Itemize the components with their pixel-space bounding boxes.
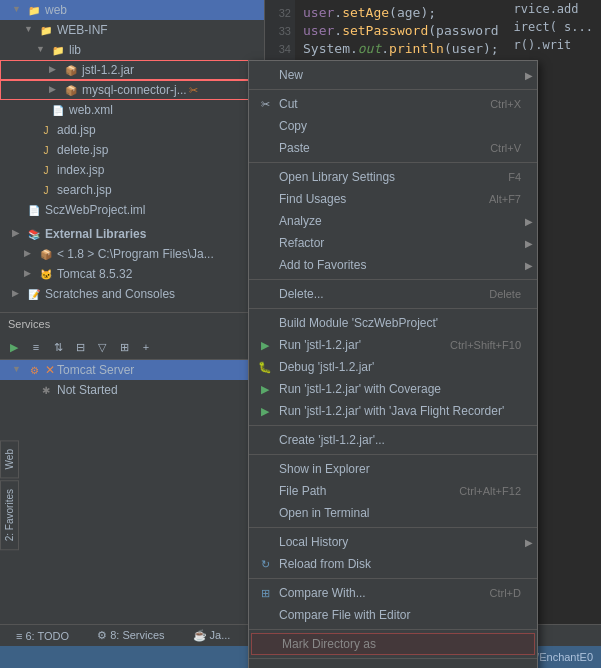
- folder-icon: 📁: [38, 22, 54, 38]
- tree-item-tomcat-server[interactable]: ▼ ⚙ ✕ Tomcat Server: [0, 360, 264, 380]
- minus-button[interactable]: ⊟: [70, 337, 90, 357]
- context-menu: New ▶ ✂ Cut Ctrl+X Copy Paste Ctrl+V Ope…: [248, 60, 538, 668]
- tree-item-deletejsp[interactable]: J delete.jsp: [0, 140, 264, 160]
- jsp-icon: J: [38, 122, 54, 138]
- tree-item-jstl[interactable]: ▶ 📦 jstl-1.2.jar: [0, 60, 264, 80]
- separator-5: [249, 425, 537, 426]
- tab-java[interactable]: ☕ Ja...: [185, 625, 239, 646]
- filter-button[interactable]: ▽: [92, 337, 112, 357]
- expand-arrow: ▶: [24, 248, 36, 260]
- menu-item-build[interactable]: Build Module 'SczWebProject': [249, 312, 537, 334]
- menu-icon-analyze: [257, 213, 273, 229]
- run-button[interactable]: ▶: [4, 337, 24, 357]
- menu-arrow-history: ▶: [525, 537, 533, 548]
- menu-item-cut[interactable]: ✂ Cut Ctrl+X: [249, 93, 537, 115]
- menu-item-compare-editor[interactable]: Compare File with Editor: [249, 604, 537, 626]
- menu-item-show-explorer[interactable]: Show in Explorer: [249, 458, 537, 480]
- tree-item-indexjsp[interactable]: J index.jsp: [0, 160, 264, 180]
- menu-item-create[interactable]: Create 'jstl-1.2.jar'...: [249, 429, 537, 451]
- sort-button[interactable]: ⇅: [48, 337, 68, 357]
- separator-2: [249, 162, 537, 163]
- menu-item-cut-label: Cut: [279, 97, 470, 111]
- menu-item-find-label: Find Usages: [279, 192, 469, 206]
- expand-arrow: ▶: [12, 288, 24, 300]
- menu-item-coverage-label: Run 'jstl-1.2.jar' with Coverage: [279, 382, 521, 396]
- tab-todo[interactable]: ≡ 6: TODO: [8, 626, 77, 646]
- menu-item-reload[interactable]: ↻ Reload from Disk: [249, 553, 537, 575]
- expand-arrow: ▼: [12, 364, 24, 376]
- menu-item-mark-directory[interactable]: Mark Directory as: [251, 633, 535, 655]
- tree-item-not-started[interactable]: ✱ Not Started: [0, 380, 264, 400]
- menu-arrow-refactor: ▶: [525, 238, 533, 249]
- no-arrow: [36, 104, 48, 116]
- iml-icon: 📄: [26, 202, 42, 218]
- separator-9: [249, 629, 537, 630]
- tree-item-mysql[interactable]: ▶ 📦 mysql-connector-j... ✂: [0, 80, 264, 100]
- menu-item-paste[interactable]: Paste Ctrl+V: [249, 137, 537, 159]
- tree-item-web[interactable]: ▼ 📁 web: [0, 0, 264, 20]
- no-arrow: [24, 164, 36, 176]
- project-panel: ▼ 📁 web ▼ 📁 WEB-INF ▼ 📁 lib ▶ 📦 jstl-1.2…: [0, 0, 265, 628]
- menu-shortcut-run: Ctrl+Shift+F10: [450, 339, 521, 351]
- separator-1: [249, 89, 537, 90]
- status-icon: ✱: [38, 382, 54, 398]
- tree-item-label: Not Started: [57, 383, 118, 397]
- menu-item-compare[interactable]: ⊞ Compare With... Ctrl+D: [249, 582, 537, 604]
- cut-indicator: ✂: [189, 84, 198, 97]
- tree-item-label: ✕: [45, 363, 55, 377]
- menu-item-run-jfr[interactable]: ▶ Run 'jstl-1.2.jar' with 'Java Flight R…: [249, 400, 537, 422]
- tree-item-label: add.jsp: [57, 123, 96, 137]
- tree-item-webxml[interactable]: 📄 web.xml: [0, 100, 264, 120]
- menu-icon-find: [257, 191, 273, 207]
- edge-tabs: Web 2: Favorites: [0, 440, 19, 551]
- tree-item-iml[interactable]: 📄 SczWebProject.iml: [0, 200, 264, 220]
- list-button[interactable]: ≡: [26, 337, 46, 357]
- tree-item-extlibs[interactable]: ▶ 📚 External Libraries: [0, 224, 264, 244]
- tree-item-searchjsp[interactable]: J search.jsp: [0, 180, 264, 200]
- menu-item-analyze[interactable]: Analyze ▶: [249, 210, 537, 232]
- tree-item-label: SczWebProject.iml: [45, 203, 145, 217]
- menu-item-filepath[interactable]: File Path Ctrl+Alt+F12: [249, 480, 537, 502]
- menu-item-refactor[interactable]: Refactor ▶: [249, 232, 537, 254]
- edge-tab-favorites[interactable]: 2: Favorites: [0, 480, 19, 550]
- menu-item-delete[interactable]: Delete... Delete: [249, 283, 537, 305]
- menu-arrow-analyze: ▶: [525, 216, 533, 227]
- tree-item-webinf[interactable]: ▼ 📁 WEB-INF: [0, 20, 264, 40]
- tree-item-tomcat[interactable]: ▶ 🐱 Tomcat 8.5.32: [0, 264, 264, 284]
- expand-arrow: ▼: [24, 24, 36, 36]
- tree-item-addjsp[interactable]: J add.jsp: [0, 120, 264, 140]
- menu-item-explorer-label: Show in Explorer: [279, 462, 521, 476]
- menu-icon-refactor: [257, 235, 273, 251]
- layout-button[interactable]: ⊞: [114, 337, 134, 357]
- tab-services[interactable]: ⚙ 8: Services: [89, 625, 172, 646]
- tree-item-scratches[interactable]: ▶ 📝 Scratches and Consoles: [0, 284, 264, 304]
- menu-item-gist[interactable]: ⬤ Create Gist...: [249, 662, 537, 668]
- tab-services-label: ⚙ 8: Services: [97, 629, 164, 642]
- terminal-icon: [257, 505, 273, 521]
- menu-item-copy[interactable]: Copy: [249, 115, 537, 137]
- mark-icon: [260, 636, 276, 652]
- add-button[interactable]: +: [136, 337, 156, 357]
- menu-item-debug[interactable]: 🐛 Debug 'jstl-1.2.jar': [249, 356, 537, 378]
- folder-icon: 📁: [50, 42, 66, 58]
- menu-item-paste-label: Paste: [279, 141, 470, 155]
- menu-item-terminal[interactable]: Open in Terminal: [249, 502, 537, 524]
- tree-item-label: Tomcat 8.5.32: [57, 267, 132, 281]
- tree-item-label: delete.jsp: [57, 143, 108, 157]
- tree-item-label: < 1.8 > C:\Program Files\Ja...: [57, 247, 214, 261]
- menu-item-new[interactable]: New ▶: [249, 64, 537, 86]
- menu-item-run[interactable]: ▶ Run 'jstl-1.2.jar' Ctrl+Shift+F10: [249, 334, 537, 356]
- menu-item-run-coverage[interactable]: ▶ Run 'jstl-1.2.jar' with Coverage: [249, 378, 537, 400]
- menu-shortcut-delete: Delete: [489, 288, 521, 300]
- menu-item-favorites[interactable]: Add to Favorites ▶: [249, 254, 537, 276]
- services-toolbar: ▶ ≡ ⇅ ⊟ ▽ ⊞ +: [0, 335, 264, 360]
- menu-item-history[interactable]: Local History ▶: [249, 531, 537, 553]
- menu-item-open-library[interactable]: Open Library Settings F4: [249, 166, 537, 188]
- tree-item-java18[interactable]: ▶ 📦 < 1.8 > C:\Program Files\Ja...: [0, 244, 264, 264]
- tree-item-lib[interactable]: ▼ 📁 lib: [0, 40, 264, 60]
- menu-item-delete-label: Delete...: [279, 287, 469, 301]
- jsp-icon: J: [38, 182, 54, 198]
- menu-item-new-label: New: [279, 68, 521, 82]
- edge-tab-web[interactable]: Web: [0, 440, 19, 478]
- menu-item-find-usages[interactable]: Find Usages Alt+F7: [249, 188, 537, 210]
